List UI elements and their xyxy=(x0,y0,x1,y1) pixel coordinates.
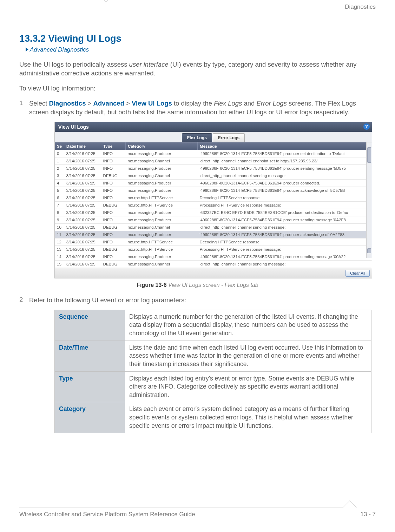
cell-msg: '4960288F-8C20-1314-ECF5-7584BD361E94' p… xyxy=(198,216,372,223)
cell-msg: 'direct_http_channel' channel sending me… xyxy=(198,260,372,268)
clear-all-button[interactable]: Clear All xyxy=(345,270,370,277)
table-row[interactable]: 83/14/2016 07:25INFOmx.messaging.Produce… xyxy=(55,209,372,216)
scrollbar-thumb[interactable] xyxy=(367,147,371,163)
log-table-wrap: Se Date/Time Type Category Message 03/14… xyxy=(55,142,372,268)
cell-dt: 3/14/2016 07:25 xyxy=(64,194,101,201)
cell-msg: '632327BC-B34C-EF7D-E5DE-7584BE3B1CCE' p… xyxy=(198,209,372,216)
cell-dt: 3/14/2016 07:25 xyxy=(64,216,101,223)
table-row[interactable]: 153/14/2016 07:25DEBUGmx.messaging.Chann… xyxy=(55,260,372,268)
help-icon[interactable]: ? xyxy=(363,123,370,130)
table-row[interactable]: 23/14/2016 07:25INFOmx.messaging.Produce… xyxy=(55,164,372,172)
panel-title: View UI Logs ? xyxy=(55,122,372,132)
cell-msg: '4960288F-8C20-1314-ECF5-7584BD361E94' p… xyxy=(198,187,372,194)
tab-error-logs[interactable]: Error Logs xyxy=(213,133,245,142)
cell-cat: mx.messaging.Producer xyxy=(126,216,198,223)
cell-dt: 3/14/2016 07:25 xyxy=(64,201,101,209)
table-row[interactable]: 103/14/2016 07:25DEBUGmx.messaging.Chann… xyxy=(55,223,372,231)
param-row: SequenceDisplays a numeric number for th… xyxy=(55,310,371,341)
cell-msg: 'direct_http_channel' channel endpoint s… xyxy=(198,157,372,164)
col-type[interactable]: Type xyxy=(101,142,126,150)
cell-dt: 3/14/2016 07:25 xyxy=(64,231,101,238)
cell-ty: INFO xyxy=(101,216,126,223)
intro-paragraph: Use the UI logs to periodically assess u… xyxy=(19,60,376,78)
cell-msg: '4960288F-8C20-1314-ECF5-7584BD361E94' p… xyxy=(198,231,372,238)
cell-ty: DEBUG xyxy=(101,260,126,268)
page-footer: Wireless Controller and Service Platform… xyxy=(19,511,376,518)
scrollbar-thumb-bottom[interactable] xyxy=(367,248,371,253)
cell-ty: DEBUG xyxy=(101,172,126,179)
figure-caption: Figure 13-6 View UI Logs screen - Flex L… xyxy=(19,282,376,288)
table-row[interactable]: 143/14/2016 07:25INFOmx.messaging.Produc… xyxy=(55,253,372,260)
table-row[interactable]: 133/14/2016 07:25DEBUGmx.rpc.http.HTTPSe… xyxy=(55,245,372,253)
table-row[interactable]: 13/14/2016 07:25INFOmx.messaging.Channel… xyxy=(55,157,372,164)
triangle-right-icon xyxy=(26,47,28,52)
cell-se: 14 xyxy=(55,253,64,260)
tab-flex-logs[interactable]: Flex Logs xyxy=(182,133,212,142)
cell-se: 11 xyxy=(55,231,64,238)
cell-cat: mx.messaging.Producer xyxy=(126,231,198,238)
lead-in-paragraph: To view UI log information: xyxy=(19,84,376,93)
table-row[interactable]: 03/14/2016 07:25INFOmx.messaging.Produce… xyxy=(55,150,372,157)
table-row[interactable]: 43/14/2016 07:25INFOmx.messaging.Produce… xyxy=(55,179,372,187)
step-text: Refer to the following UI event or error… xyxy=(29,296,186,305)
vertical-scrollbar[interactable] xyxy=(366,142,372,258)
section-title: 13.3.2 Viewing UI Logs xyxy=(19,33,376,44)
table-header-row: Se Date/Time Type Category Message xyxy=(55,142,372,150)
cell-dt: 3/14/2016 07:25 xyxy=(64,150,101,157)
cell-msg: 'direct_http_channel' channel sending me… xyxy=(198,223,372,231)
param-key: Date/Time xyxy=(55,341,125,371)
cell-cat: mx.rpc.http.HTTPService xyxy=(126,245,198,253)
table-row[interactable]: 123/14/2016 07:25INFOmx.rpc.http.HTTPSer… xyxy=(55,238,372,245)
step-number: 2 xyxy=(19,296,29,305)
table-row[interactable]: 33/14/2016 07:25DEBUGmx.messaging.Channe… xyxy=(55,172,372,179)
cell-ty: INFO xyxy=(101,253,126,260)
col-category[interactable]: Category xyxy=(126,142,198,150)
table-row[interactable]: 113/14/2016 07:25INFOmx.messaging.Produc… xyxy=(55,231,372,238)
col-sequence[interactable]: Se xyxy=(55,142,64,150)
cell-dt: 3/14/2016 07:25 xyxy=(64,223,101,231)
log-table: Se Date/Time Type Category Message 03/14… xyxy=(55,142,372,268)
cell-dt: 3/14/2016 07:25 xyxy=(64,238,101,245)
cell-msg: '4960288F-8C20-1314-ECF5-7584BD361E94' p… xyxy=(198,150,372,157)
param-row: Date/TimeLists the date and time when ea… xyxy=(55,341,371,371)
cell-cat: mx.rpc.http.HTTPService xyxy=(126,238,198,245)
cell-dt: 3/14/2016 07:25 xyxy=(64,179,101,187)
col-message[interactable]: Message xyxy=(198,142,372,150)
footer-page-number: 13 - 7 xyxy=(361,511,376,518)
cell-dt: 3/14/2016 07:25 xyxy=(64,157,101,164)
col-datetime[interactable]: Date/Time xyxy=(64,142,101,150)
cell-msg: Decoding HTTPService response xyxy=(198,238,372,245)
cell-msg: '4960288F-8C20-1314-ECF5-7584BD361E94' p… xyxy=(198,253,372,260)
cell-msg: '4960288F-8C20-1314-ECF5-7584BD361E94' p… xyxy=(198,179,372,187)
cell-cat: mx.rpc.http.HTTPService xyxy=(126,201,198,209)
cell-dt: 3/14/2016 07:25 xyxy=(64,172,101,179)
cell-ty: DEBUG xyxy=(101,223,126,231)
cell-cat: mx.messaging.Channel xyxy=(126,172,198,179)
cell-msg: 'direct_http_channel' channel sending me… xyxy=(198,172,372,179)
step-1: 1 Select Diagnostics > Advanced > View U… xyxy=(19,99,376,117)
table-row[interactable]: 63/14/2016 07:25INFOmx.rpc.http.HTTPServ… xyxy=(55,194,372,201)
param-row: TypeDisplays each listed log entry's eve… xyxy=(55,371,371,402)
cell-cat: mx.messaging.Channel xyxy=(126,260,198,268)
table-row[interactable]: 93/14/2016 07:25INFOmx.messaging.Produce… xyxy=(55,216,372,223)
cell-se: 13 xyxy=(55,245,64,253)
cell-se: 3 xyxy=(55,172,64,179)
view-ui-logs-screenshot: View UI Logs ? Flex Logs Error Logs Se D… xyxy=(54,122,372,278)
cell-dt: 3/14/2016 07:25 xyxy=(64,260,101,268)
cell-ty: INFO xyxy=(101,179,126,187)
cell-cat: mx.messaging.Producer xyxy=(126,253,198,260)
table-row[interactable]: 73/14/2016 07:25DEBUGmx.rpc.http.HTTPSer… xyxy=(55,201,372,209)
cell-se: 10 xyxy=(55,223,64,231)
param-value: Lists the date and time when each listed… xyxy=(125,341,371,371)
cell-cat: mx.messaging.Producer xyxy=(126,187,198,194)
cell-se: 8 xyxy=(55,209,64,216)
cell-ty: DEBUG xyxy=(101,201,126,209)
param-value: Displays each listed log entry's event o… xyxy=(125,371,371,402)
param-key: Sequence xyxy=(55,310,125,341)
cell-dt: 3/14/2016 07:25 xyxy=(64,253,101,260)
cell-dt: 3/14/2016 07:25 xyxy=(64,209,101,216)
breadcrumb[interactable]: Advanced Diagnostics xyxy=(26,46,376,53)
cell-se: 1 xyxy=(55,157,64,164)
cell-cat: mx.rpc.http.HTTPService xyxy=(126,194,198,201)
table-row[interactable]: 53/14/2016 07:25INFOmx.messaging.Produce… xyxy=(55,187,372,194)
